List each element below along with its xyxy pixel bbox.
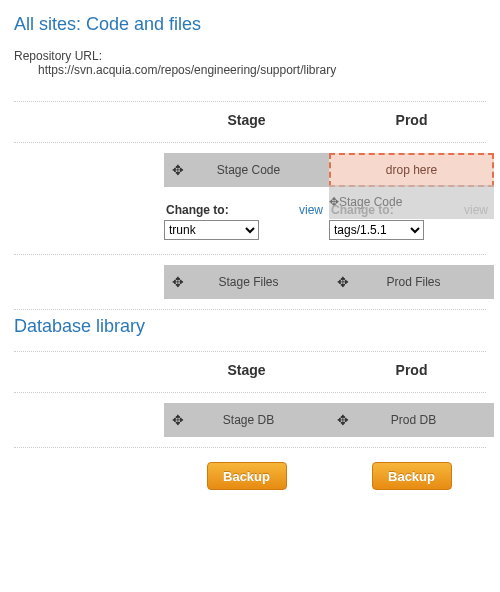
stage-code-label: Stage Code: [192, 163, 329, 177]
stage-db-block[interactable]: ✥ Stage DB: [164, 403, 329, 437]
stage-branch-select[interactable]: trunk: [164, 220, 259, 240]
stage-files-label: Stage Files: [192, 275, 329, 289]
stage-backup-button[interactable]: Backup: [207, 462, 287, 490]
column-header-stage: Stage: [164, 112, 329, 128]
repository-url-label: Repository URL:: [14, 49, 486, 63]
stage-db-label: Stage DB: [192, 413, 329, 427]
prod-db-label: Prod DB: [357, 413, 494, 427]
prod-change-to-label: Change to:: [329, 203, 494, 217]
repository-url-block: Repository URL: https://svn.acquia.com/r…: [14, 49, 486, 77]
drop-here-label: drop here: [386, 163, 437, 177]
prod-branch-select[interactable]: tags/1.5.1: [329, 220, 424, 240]
column-header-prod: Prod: [329, 112, 494, 128]
column-header-stage-db: Stage: [164, 362, 329, 378]
repository-url-value: https://svn.acquia.com/repos/engineering…: [14, 63, 486, 77]
column-header-prod-db: Prod: [329, 362, 494, 378]
prod-drop-target[interactable]: drop here: [329, 153, 494, 187]
move-icon[interactable]: ✥: [164, 403, 192, 437]
stage-code-block[interactable]: ✥ Stage Code: [164, 153, 329, 187]
prod-backup-button[interactable]: Backup: [372, 462, 452, 490]
stage-files-block[interactable]: ✥ Stage Files: [164, 265, 329, 299]
stage-view-link[interactable]: view: [299, 203, 323, 217]
divider: [14, 309, 486, 310]
section-title-database: Database library: [14, 316, 486, 337]
section-title-code-files: All sites: Code and files: [14, 14, 486, 35]
move-icon[interactable]: ✥: [329, 265, 357, 299]
move-icon[interactable]: ✥: [329, 403, 357, 437]
move-icon[interactable]: ✥: [164, 153, 192, 187]
prod-files-label: Prod Files: [357, 275, 494, 289]
move-icon[interactable]: ✥: [164, 265, 192, 299]
prod-files-block[interactable]: ✥ Prod Files: [329, 265, 494, 299]
prod-db-block[interactable]: ✥ Prod DB: [329, 403, 494, 437]
